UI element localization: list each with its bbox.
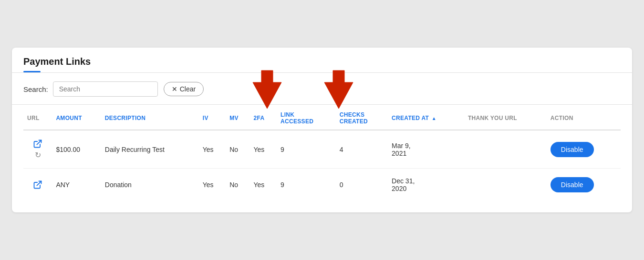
row-link-accessed: 9 <box>277 169 336 201</box>
row-mv: No <box>226 130 249 169</box>
recurring-icon: ↻ <box>35 150 41 160</box>
col-mv[interactable]: MV <box>226 105 249 130</box>
row-description: Donation <box>101 169 199 201</box>
col-thank-you-url: THANK YOU URL <box>464 105 547 130</box>
search-row: Search: ✕ Clear <box>12 73 632 105</box>
row-link-accessed: 9 <box>277 130 336 169</box>
col-checks-created[interactable]: CHECKSCREATED <box>336 105 388 130</box>
disable-button[interactable]: Disable <box>551 177 594 192</box>
col-link-accessed[interactable]: LINKACCESSED <box>277 105 336 130</box>
arrow-right-icon <box>317 68 360 111</box>
table-row: ↻ $100.00 Daily Recurring Test Yes No Ye… <box>23 130 621 169</box>
svg-marker-1 <box>324 70 353 109</box>
row-thank-you-url <box>464 169 547 201</box>
page-title: Payment Links <box>23 56 621 67</box>
col-2fa[interactable]: 2FA <box>250 105 277 130</box>
col-created-at[interactable]: CREATED AT ▲ <box>388 105 464 130</box>
row-2fa: Yes <box>250 130 277 169</box>
col-description[interactable]: DESCRIPTION <box>101 105 199 130</box>
row-checks-created: 4 <box>336 130 388 169</box>
arrow-left-icon <box>246 68 289 111</box>
close-icon: ✕ <box>172 85 177 93</box>
row-url-cell <box>23 169 52 201</box>
table-container: URL AMOUNT DESCRIPTION IV MV 2FA LINKACC… <box>12 105 632 212</box>
col-action: ACTION <box>547 105 621 130</box>
row-action: Disable <box>547 169 621 201</box>
row-2fa: Yes <box>250 169 277 201</box>
search-label: Search: <box>23 85 48 93</box>
col-iv[interactable]: IV <box>199 105 226 130</box>
external-link-icon[interactable]: ↻ <box>27 139 48 160</box>
svg-line-3 <box>37 181 42 186</box>
svg-line-2 <box>37 140 42 145</box>
row-url-cell: ↻ <box>23 130 52 169</box>
svg-marker-0 <box>253 70 281 109</box>
disable-button[interactable]: Disable <box>551 142 594 157</box>
row-created-at: Mar 9,2021 <box>388 130 464 169</box>
clear-button[interactable]: ✕ Clear <box>164 82 204 96</box>
table-row: ANY Donation Yes No Yes 9 0 Dec 31,2020 … <box>23 169 621 201</box>
row-action: Disable <box>547 130 621 169</box>
row-mv: No <box>226 169 249 201</box>
row-description: Daily Recurring Test <box>101 130 199 169</box>
row-thank-you-url <box>464 130 547 169</box>
row-created-at: Dec 31,2020 <box>388 169 464 201</box>
row-amount: $100.00 <box>52 130 101 169</box>
clear-label: Clear <box>180 85 196 93</box>
row-checks-created: 0 <box>336 169 388 201</box>
payment-links-table: URL AMOUNT DESCRIPTION IV MV 2FA LINKACC… <box>23 105 621 201</box>
main-card: Payment Links Search: ✕ Clear URL AMOUNT <box>12 48 632 212</box>
col-amount[interactable]: AMOUNT <box>52 105 101 130</box>
accent-bar <box>23 71 41 72</box>
table-header-row: URL AMOUNT DESCRIPTION IV MV 2FA LINKACC… <box>23 105 621 130</box>
row-iv: Yes <box>199 130 226 169</box>
card-header: Payment Links <box>12 48 632 73</box>
annotation-arrows <box>246 68 360 111</box>
external-link-icon[interactable] <box>27 180 48 190</box>
col-url: URL <box>23 105 52 130</box>
row-iv: Yes <box>199 169 226 201</box>
sort-asc-icon: ▲ <box>432 116 436 121</box>
search-input[interactable] <box>53 81 158 97</box>
row-amount: ANY <box>52 169 101 201</box>
